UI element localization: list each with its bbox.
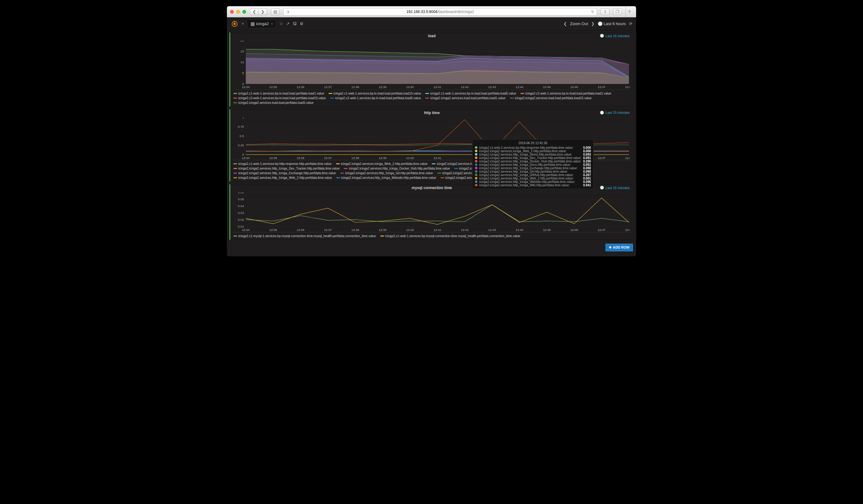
svg-text:1: 1: [242, 117, 244, 119]
panel-title[interactable]: load: [234, 34, 630, 38]
back-button[interactable]: ❮: [250, 8, 259, 15]
legend-item[interactable]: icinga2.icinga2.services.http_Icinga_Git…: [340, 172, 433, 175]
panel-title[interactable]: http time: [234, 111, 630, 115]
legend-item[interactable]: icinga2.c2-web-1.services.bp-lx-load.loa…: [234, 97, 326, 100]
maximize-icon[interactable]: [242, 10, 246, 14]
time-fwd-icon[interactable]: ❯: [591, 21, 595, 26]
url-path: /dashboard/db/icinga2: [437, 10, 474, 14]
legend-item[interactable]: icinga2.c1-mysql-1.services.bp-mysql-con…: [234, 234, 376, 238]
settings-icon[interactable]: ⚙: [300, 21, 303, 26]
legend-item[interactable]: icinga2.icinga2.services.http_Icinga_Web…: [336, 176, 436, 179]
time-range-picker[interactable]: 🕘 Last 6 hours: [598, 21, 626, 26]
time-back-icon[interactable]: ❮: [564, 21, 567, 26]
svg-text:12:36: 12:36: [297, 156, 304, 159]
legend-item[interactable]: icinga2.icinga2.services.http_Icinga_Web…: [234, 176, 332, 179]
svg-text:12:38: 12:38: [351, 228, 359, 231]
svg-text:12:43: 12:43: [488, 228, 496, 231]
panel-range[interactable]: 🕘 Last 15 minutes: [600, 34, 629, 38]
new-tab-button[interactable]: +: [626, 6, 633, 17]
panel-title[interactable]: mysql connection time: [234, 186, 630, 190]
svg-text:0.04: 0.04: [238, 204, 244, 208]
svg-text:12:44: 12:44: [515, 228, 523, 231]
clock-icon: 🕘: [600, 111, 604, 115]
legend-item[interactable]: icinga2.c1-web-1.services.bp-lx-load.loa…: [328, 92, 421, 95]
svg-text:12:37: 12:37: [324, 156, 332, 159]
legend-item[interactable]: icinga2.icinga2.services.load.load.perfd…: [425, 97, 505, 100]
zoom-out-button[interactable]: Zoom Out: [570, 21, 588, 26]
tooltip-timestamp: 2016-06-25 12:41:36: [475, 141, 591, 145]
legend-item[interactable]: icinga2.c2-web-1.services.bp-lx-load.loa…: [330, 97, 421, 100]
refresh-icon[interactable]: ⟳: [629, 21, 633, 26]
panel-range[interactable]: 🕘 Last 15 minutes: [600, 111, 629, 115]
svg-text:12:40: 12:40: [406, 86, 414, 89]
legend-item[interactable]: icinga2.c1-web-1.services.bp-mysql-conne…: [380, 234, 521, 238]
dashboard-body: load🕘 Last 15 minutes0510152012:3412:351…: [227, 30, 636, 256]
svg-text:12:45: 12:45: [543, 86, 551, 89]
star-icon[interactable]: ☆: [279, 21, 283, 26]
svg-text:12:41: 12:41: [433, 86, 441, 89]
legend-item[interactable]: icinga2.c1-web-1.services.bp-http-respon…: [234, 162, 332, 165]
svg-text:12:34: 12:34: [242, 86, 250, 89]
minimize-icon[interactable]: [236, 10, 240, 14]
svg-text:0.02: 0.02: [238, 218, 244, 221]
panel-header: load🕘 Last 15 minutes: [234, 34, 630, 39]
address-bar[interactable]: ◑ 192.168.33.5:8004/dashboard/db/icinga2…: [283, 8, 597, 15]
svg-text:12:48: 12:48: [625, 228, 630, 231]
save-icon[interactable]: 🖫: [292, 21, 297, 26]
legend-item[interactable]: icinga2.c1-web-1.services.bp-lx-load.loa…: [425, 92, 516, 95]
svg-text:0.05: 0.05: [238, 198, 244, 201]
tooltip-row: icinga2.icinga2.services.http_Icinga_Exc…: [475, 166, 591, 170]
legend-item[interactable]: icinga2.icinga2.services.http_Icinga_Dev…: [234, 167, 339, 170]
legend-item[interactable]: icinga2.icinga2.services.http_Icinga_Exc…: [234, 172, 336, 175]
tooltip-row: icinga2.icinga2.services.http_Icinga_Web…: [475, 177, 591, 180]
share-button[interactable]: ⇪: [601, 8, 610, 15]
svg-text:12:46: 12:46: [571, 86, 578, 89]
forward-button[interactable]: ❯: [259, 8, 267, 15]
caret-down-icon: ▾: [271, 22, 273, 25]
svg-text:12:47: 12:47: [598, 228, 605, 231]
url-host: 192.168.33.5:8004: [407, 10, 437, 14]
legend-item[interactable]: icinga2.icinga2.services.Icinga_Web_2.ht…: [336, 162, 427, 165]
svg-text:12:43: 12:43: [488, 86, 496, 89]
svg-text:12:41: 12:41: [433, 156, 441, 159]
logo-caret-icon[interactable]: ▾: [242, 21, 244, 26]
tabs-button[interactable]: ❐: [613, 8, 622, 15]
svg-text:12:40: 12:40: [406, 156, 414, 159]
svg-text:12:41: 12:41: [433, 228, 441, 231]
grafana-logo[interactable]: [230, 20, 239, 28]
legend-item[interactable]: icinga2.icinga2.services.load.load.perfd…: [510, 97, 592, 100]
legend-item[interactable]: icinga2.c1-web-1.services.bp-lx-load.loa…: [234, 92, 324, 95]
panel-range[interactable]: 🕘 Last 15 minutes: [600, 186, 629, 190]
legend-item[interactable]: icinga2.c2-web-1.services.bp-lx-load.loa…: [521, 92, 611, 95]
svg-text:0.5: 0.5: [240, 134, 244, 137]
svg-point-1: [234, 23, 236, 25]
dashboard-picker[interactable]: ▦ icinga2 ▾: [247, 20, 276, 28]
svg-text:12:48: 12:48: [625, 156, 630, 159]
tooltip-row: icinga2.icinga2.services.http_Icinga_Dem…: [475, 153, 591, 156]
grid-icon: ▦: [250, 21, 253, 27]
legend-item[interactable]: icinga2.icinga2.services.load.load.perfd…: [234, 101, 313, 104]
panel-load: load🕘 Last 15 minutes0510152012:3412:351…: [229, 32, 634, 106]
svg-text:12:46: 12:46: [571, 228, 578, 231]
add-row-bar: ✚ ADD ROW: [229, 242, 634, 253]
svg-text:20: 20: [240, 41, 244, 42]
chart-area[interactable]: 00.250.50.75112:3412:3512:3612:3712:3812…: [234, 117, 630, 161]
share-icon[interactable]: ↗: [286, 21, 289, 26]
browser-window: ❮ ❯ ▥ ◑ 192.168.33.5:8004/dashboard/db/i…: [227, 6, 636, 256]
clock-icon: 🕘: [600, 34, 604, 38]
chart-area[interactable]: 0510152012:3412:3512:3612:3712:3812:3912…: [234, 41, 630, 90]
reload-icon[interactable]: ↻: [591, 10, 594, 14]
svg-text:12:36: 12:36: [297, 86, 304, 89]
legend-item[interactable]: icinga2.icinga2.services.http_Icinga_Doc…: [344, 167, 450, 170]
site-info-icon[interactable]: ◑: [286, 10, 289, 14]
sidebar-toggle[interactable]: ▥: [271, 8, 279, 15]
svg-text:12:40: 12:40: [406, 228, 414, 231]
close-icon[interactable]: [230, 10, 234, 14]
chart-area[interactable]: 0.010.020.030.040.050.0612:3412:3512:361…: [234, 192, 630, 232]
add-row-button[interactable]: ✚ ADD ROW: [605, 244, 633, 251]
panel-header: mysql connection time🕘 Last 15 minutes: [234, 186, 630, 191]
svg-text:0.01: 0.01: [238, 225, 244, 228]
svg-text:0.06: 0.06: [238, 192, 244, 194]
svg-text:12:42: 12:42: [461, 228, 469, 231]
grafana-topbar: ▾ ▦ icinga2 ▾ ☆ ↗ 🖫 ⚙ ❮ Zoom Out ❯ 🕘 Las…: [227, 17, 636, 30]
